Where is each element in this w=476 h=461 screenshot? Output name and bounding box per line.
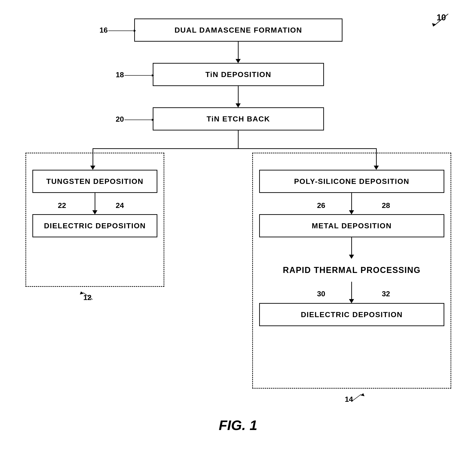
ref-20-arrow xyxy=(125,116,154,123)
tungsten-label: TUNGSTEN DEPOSITION xyxy=(46,177,144,186)
arrowhead-rd xyxy=(349,299,354,303)
arrow-split-horiz-left xyxy=(93,148,238,149)
svg-marker-9 xyxy=(152,119,154,121)
tin-etch-label: TiN ETCH BACK xyxy=(207,115,270,123)
svg-line-15 xyxy=(352,394,361,401)
ref-28: 28 xyxy=(382,201,390,210)
arrow-tungsten-dielectric xyxy=(95,193,95,211)
arrowhead-pm xyxy=(349,210,354,214)
ref-22: 22 xyxy=(58,201,66,210)
tungsten-box: TUNGSTEN DEPOSITION xyxy=(32,170,157,193)
svg-marker-13 xyxy=(80,292,84,294)
svg-marker-3 xyxy=(134,30,136,32)
ref-16-arrow xyxy=(108,27,136,34)
diagram-container: 10 DUAL DAMASCENE FORMATION 16 TiN DEPOS… xyxy=(0,0,476,461)
ref-18: 18 xyxy=(116,71,124,79)
svg-marker-19 xyxy=(349,299,354,303)
arrow-rtp-dielectric xyxy=(351,282,352,300)
arrowhead-2 xyxy=(236,103,241,108)
ref-24: 24 xyxy=(116,201,124,210)
ref-20: 20 xyxy=(116,115,124,124)
arrow-split-vert xyxy=(238,130,238,149)
figure-label: FIG. 1 xyxy=(219,417,257,433)
ref-14-arrow xyxy=(347,392,366,404)
poly-silicone-label: POLY-SILICONE DEPOSITION xyxy=(294,177,409,186)
poly-silicone-box: POLY-SILICONE DEPOSITION xyxy=(259,170,444,193)
tin-deposition-box: TiN DEPOSITION xyxy=(153,63,324,86)
arrow-metal-rtp xyxy=(351,237,352,256)
tin-etch-box: TiN ETCH BACK xyxy=(153,107,324,130)
ref-16: 16 xyxy=(100,26,108,34)
ref-30: 30 xyxy=(317,290,325,298)
dielectric-left-label: DIELECTRIC DEPOSITION xyxy=(44,222,146,230)
arrowhead-mr xyxy=(349,255,354,259)
arrow-split-horiz-right xyxy=(238,148,377,149)
rapid-thermal-box: RAPID THERMAL PROCESSING xyxy=(259,259,444,282)
arrowhead-1 xyxy=(236,59,241,63)
svg-marker-1 xyxy=(432,23,436,27)
ref-18-arrow xyxy=(125,72,154,79)
tin-deposition-label: TiN DEPOSITION xyxy=(205,70,271,79)
dielectric-left-box: DIELECTRIC DEPOSITION xyxy=(32,214,157,237)
ref-32: 32 xyxy=(382,290,390,298)
svg-marker-4 xyxy=(236,59,241,63)
svg-line-0 xyxy=(434,14,448,25)
dual-damascene-label: DUAL DAMASCENE FORMATION xyxy=(174,26,302,34)
svg-marker-14 xyxy=(92,210,97,214)
svg-line-12 xyxy=(83,293,93,300)
arrowhead-td xyxy=(92,210,97,214)
svg-marker-17 xyxy=(349,210,354,214)
ref-12-arrow xyxy=(79,290,97,302)
svg-marker-18 xyxy=(349,255,354,259)
arrow-1 xyxy=(238,42,238,60)
arrow-poly-metal xyxy=(351,193,352,211)
dielectric-right-label: DIELECTRIC DEPOSITION xyxy=(301,310,403,319)
metal-deposition-label: METAL DEPOSITION xyxy=(312,222,392,230)
svg-marker-6 xyxy=(152,74,154,76)
dual-damascene-box: DUAL DAMASCENE FORMATION xyxy=(134,18,342,42)
ref-10-arrow xyxy=(427,12,455,30)
svg-marker-7 xyxy=(236,103,241,108)
rapid-thermal-label: RAPID THERMAL PROCESSING xyxy=(283,265,420,275)
ref-26: 26 xyxy=(317,201,325,210)
arrow-2 xyxy=(238,86,238,105)
metal-deposition-box: METAL DEPOSITION xyxy=(259,214,444,237)
svg-marker-16 xyxy=(361,393,365,396)
dielectric-right-box: DIELECTRIC DEPOSITION xyxy=(259,303,444,326)
